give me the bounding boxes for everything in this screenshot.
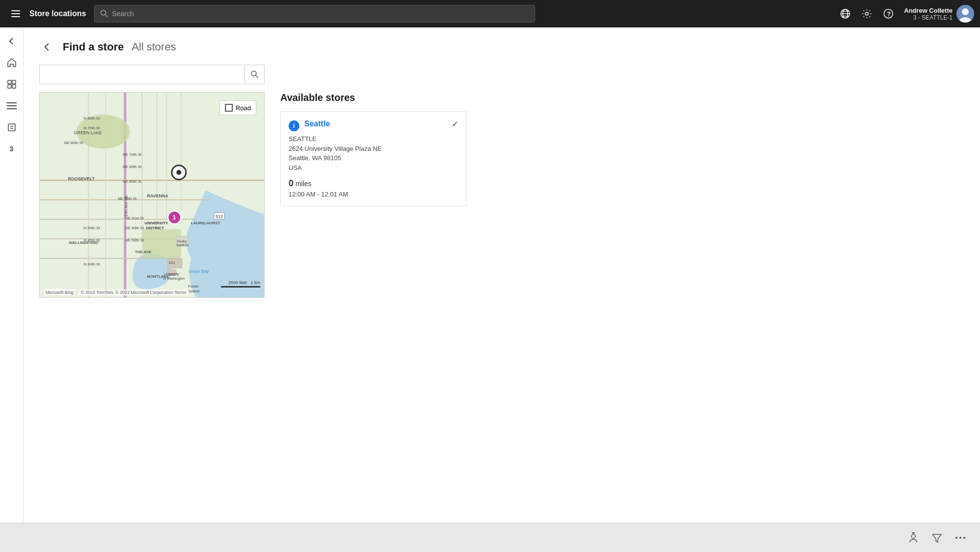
page-header: Find a store All stores — [39, 39, 964, 55]
svg-text:of Washington: of Washington — [163, 277, 185, 281]
svg-point-14 — [962, 8, 969, 15]
store-code: SEATTLE — [289, 134, 458, 144]
sidebar-stores-button[interactable] — [2, 74, 22, 94]
user-avatar — [956, 5, 974, 23]
main-two-col: GREEN LAKE N 80th St N 75th St NE 70th S… — [39, 92, 964, 298]
svg-text:THE AVE: THE AVE — [135, 250, 151, 254]
store-card-address: SEATTLE 2624 University Village Plaza NE… — [289, 134, 458, 172]
global-search-container — [94, 5, 535, 23]
sidebar-home-button[interactable] — [2, 53, 22, 72]
store-info-icon: i — [289, 120, 299, 131]
store-card[interactable]: i Seattle ✓ SEATTLE 2624 University Vill… — [280, 111, 466, 206]
svg-text:LAURELHURST: LAURELHURST — [191, 221, 220, 225]
page-back-button[interactable] — [39, 39, 55, 55]
svg-text:Union Bay: Union Bay — [189, 269, 209, 274]
global-search-box — [94, 5, 535, 23]
svg-text:N 34th St: N 34th St — [84, 262, 100, 266]
sidebar-badge[interactable]: 3 — [2, 139, 22, 159]
bottom-more-icon-button[interactable] — [951, 528, 970, 548]
svg-point-88 — [959, 537, 961, 539]
svg-text:Foster: Foster — [188, 284, 199, 288]
svg-point-87 — [956, 537, 957, 539]
store-distance-unit: miles — [295, 180, 312, 188]
svg-text:NE 70th St: NE 70th St — [122, 152, 142, 157]
svg-text:Stadium: Stadium — [176, 243, 189, 247]
svg-point-83 — [911, 534, 915, 538]
store-card-distance: 0 miles — [289, 178, 458, 189]
store-distance-value: 0 — [289, 178, 294, 188]
svg-line-27 — [256, 75, 258, 78]
user-text: Andrew Collette 3 - SEATTLE-1 — [904, 7, 953, 21]
road-icon — [225, 104, 233, 112]
globe-icon-button[interactable] — [835, 4, 855, 24]
svg-text:UNIVERSITY: UNIVERSITY — [145, 221, 168, 225]
svg-text:N 45th St: N 45th St — [84, 238, 100, 242]
road-button-label: Road — [236, 104, 251, 112]
store-address-line1: 2624 University Village Plaza NE — [289, 144, 458, 154]
svg-rect-16 — [8, 80, 11, 84]
svg-point-26 — [251, 71, 256, 76]
svg-text:NE 60th St: NE 60th St — [122, 179, 142, 184]
svg-rect-1 — [11, 13, 20, 14]
settings-icon-button[interactable] — [857, 4, 877, 24]
map-container[interactable]: GREEN LAKE N 80th St N 75th St NE 70th S… — [39, 92, 265, 298]
bottom-person-icon-button[interactable] — [904, 528, 923, 548]
map-road-button[interactable]: Road — [220, 100, 256, 115]
svg-text:E01: E01 — [169, 261, 175, 264]
svg-rect-0 — [11, 10, 20, 11]
bing-logo: Microsoft Bing — [46, 290, 74, 295]
store-search-button[interactable] — [245, 65, 264, 84]
svg-rect-18 — [8, 85, 11, 88]
hamburger-menu-button[interactable] — [6, 4, 25, 24]
user-subtitle: 3 - SEATTLE-1 — [904, 14, 953, 21]
map-scale-bar — [221, 286, 260, 288]
help-icon-button[interactable]: ? — [879, 4, 898, 24]
store-card-name[interactable]: Seattle — [304, 120, 330, 128]
store-address-line2: Seattle, WA 98105 — [289, 153, 458, 163]
svg-marker-86 — [932, 534, 941, 542]
store-card-header: i Seattle — [289, 120, 458, 131]
page-title: Find a store — [63, 41, 124, 53]
gps-location-marker — [171, 165, 187, 180]
svg-text:513: 513 — [216, 214, 223, 219]
svg-text:NE 41st St: NE 41st St — [125, 216, 144, 220]
svg-text:Husky: Husky — [177, 240, 187, 243]
svg-text:N 80th St: N 80th St — [84, 116, 100, 120]
scale-feet: 2500 feet — [228, 280, 247, 285]
store-search-input[interactable] — [40, 71, 245, 78]
store-card-hours: 12:00 AM - 12:01 AM — [289, 191, 458, 198]
sidebar-orders-button[interactable] — [2, 118, 22, 137]
store-country: USA — [289, 163, 458, 173]
svg-text:DISTRICT: DISTRICT — [146, 226, 164, 230]
stores-section-title: Available stores — [280, 92, 964, 103]
content-area: Find a store All stores — [24, 27, 980, 523]
page-subtitle: All stores — [132, 41, 176, 53]
bottom-filter-icon-button[interactable] — [927, 528, 947, 548]
global-search-input[interactable] — [112, 10, 529, 18]
bottom-bar — [0, 523, 980, 552]
scale-km: 1 km — [250, 280, 260, 285]
svg-rect-2 — [11, 16, 20, 17]
svg-rect-17 — [12, 80, 16, 84]
svg-text:NE 40th St: NE 40th St — [125, 226, 144, 230]
svg-point-3 — [101, 10, 106, 15]
sidebar: 3 — [0, 27, 24, 523]
svg-text:RAVENNA: RAVENNA — [147, 193, 169, 198]
sidebar-back-button[interactable] — [2, 31, 22, 51]
user-profile[interactable]: Andrew Collette 3 - SEATTLE-1 — [904, 5, 974, 23]
store-selected-checkmark: ✓ — [452, 120, 458, 129]
svg-point-10 — [865, 12, 868, 15]
svg-text:15th Ave NE: 15th Ave NE — [124, 195, 128, 217]
svg-text:NE 50th St: NE 50th St — [125, 238, 144, 242]
store-search-box — [39, 65, 265, 84]
svg-text:ROOSEVELT: ROOSEVELT — [68, 176, 95, 181]
user-name: Andrew Collette — [904, 7, 953, 14]
svg-text:GREEN LAKE: GREEN LAKE — [74, 130, 102, 135]
store-map-pin[interactable]: 1 — [168, 211, 181, 224]
svg-rect-23 — [8, 124, 15, 131]
svg-text:Island: Island — [189, 289, 199, 293]
svg-text:N 50th St: N 50th St — [84, 226, 100, 230]
svg-text:E12: E12 — [169, 273, 175, 276]
sidebar-list-button[interactable] — [2, 96, 22, 116]
svg-text:NE 80th St: NE 80th St — [64, 141, 83, 145]
